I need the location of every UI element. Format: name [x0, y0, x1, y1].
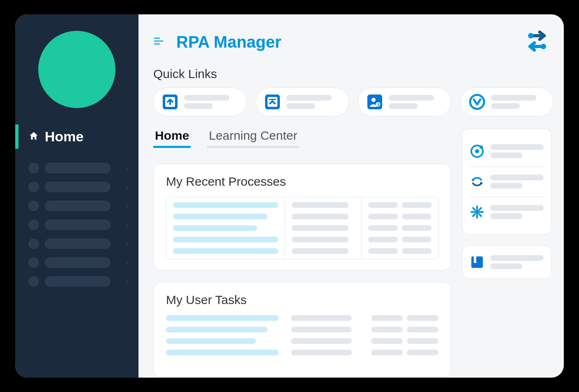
nav-placeholder — [45, 182, 111, 192]
nav-placeholder — [45, 276, 111, 287]
right-rail-item[interactable] — [470, 196, 544, 227]
svg-point-3 — [528, 33, 533, 38]
svg-line-23 — [473, 208, 475, 210]
svg-point-4 — [541, 44, 546, 49]
chevron-left-icon: ‹ — [126, 277, 129, 286]
table-col — [361, 197, 438, 259]
nav-dot-icon — [28, 276, 39, 287]
chevron-left-icon: ‹ — [126, 258, 129, 267]
sidebar-item[interactable]: ‹ — [15, 178, 138, 196]
placeholder — [389, 95, 434, 101]
nav-dot-icon — [28, 201, 39, 211]
right-rail-item[interactable] — [470, 136, 544, 166]
upload-icon — [162, 94, 178, 110]
sidebar-item[interactable]: ‹ — [15, 234, 138, 253]
nav-dot-icon — [28, 257, 39, 268]
placeholder — [389, 103, 418, 109]
spark-icon — [470, 205, 484, 219]
svg-point-17 — [472, 179, 474, 181]
placeholder — [184, 95, 229, 101]
nav-dot-icon — [28, 219, 39, 230]
quick-link-card[interactable] — [256, 88, 349, 116]
table-col — [166, 197, 285, 259]
placeholder — [184, 103, 213, 109]
svg-point-13 — [470, 95, 484, 109]
nav-placeholder — [45, 257, 111, 268]
sidebar-item[interactable]: ‹ — [15, 215, 138, 234]
svg-point-16 — [480, 145, 483, 149]
sidebar-home-label: Home — [45, 129, 83, 145]
nav-dot-icon — [28, 238, 39, 249]
top-bar: RPA Manager — [153, 27, 551, 57]
content-left: Home Learning Center My Recent Processes — [153, 129, 451, 378]
right-card — [462, 129, 551, 235]
placeholder — [490, 152, 522, 158]
sidebar-item-home[interactable]: Home — [15, 125, 138, 149]
nav-placeholder — [45, 238, 111, 249]
placeholder — [490, 255, 544, 261]
quick-link-card[interactable] — [153, 88, 247, 116]
svg-rect-29 — [474, 256, 476, 263]
tab-learning-center[interactable]: Learning Center — [207, 129, 299, 148]
svg-line-24 — [479, 214, 481, 216]
sidebar-item[interactable]: ‹ — [15, 196, 138, 215]
panel-recent-processes: My Recent Processes — [153, 164, 451, 270]
app-frame: Home ‹ ‹ ‹ ‹ ‹ ‹ ‹ — [15, 14, 564, 378]
quick-link-card[interactable] — [460, 88, 554, 116]
panel-user-tasks: My User Tasks — [153, 282, 451, 378]
chevron-left-icon: ‹ — [126, 182, 129, 192]
chevron-left-icon: ‹ — [126, 201, 129, 211]
placeholder — [286, 95, 332, 101]
svg-line-25 — [479, 208, 481, 210]
user-icon — [367, 94, 383, 110]
svg-rect-10 — [367, 95, 382, 109]
placeholder — [490, 213, 522, 219]
placeholder — [286, 103, 315, 109]
user-tasks-table — [166, 315, 438, 355]
right-rail-item[interactable] — [470, 166, 544, 196]
svg-point-18 — [480, 182, 482, 184]
nav-dot-icon — [28, 182, 39, 192]
sidebar-item[interactable]: ‹ — [15, 159, 138, 178]
nav-dot-icon — [28, 163, 39, 173]
svg-point-27 — [476, 211, 478, 213]
right-rail-item[interactable] — [470, 253, 544, 271]
mulesoft-icon — [469, 94, 485, 110]
placeholder — [490, 144, 544, 150]
quick-links-row — [153, 88, 551, 116]
content-split: Home Learning Center My Recent Processes — [153, 129, 551, 378]
placeholder — [490, 183, 522, 189]
avatar[interactable] — [38, 31, 115, 108]
tab-bar: Home Learning Center — [153, 129, 451, 148]
sidebar-item[interactable]: ‹ — [15, 272, 138, 291]
avatar-wrap — [15, 31, 138, 108]
placeholder — [490, 175, 544, 180]
quick-links-heading: Quick Links — [153, 67, 551, 81]
chevron-left-icon: ‹ — [126, 164, 129, 173]
menu-toggle-icon[interactable] — [153, 37, 164, 47]
placeholder — [491, 103, 520, 109]
chevron-left-icon: ‹ — [126, 239, 129, 249]
recent-processes-table — [166, 197, 438, 259]
panel-title: My Recent Processes — [166, 175, 438, 189]
nav-placeholder — [45, 163, 111, 173]
product-logo-icon — [523, 27, 551, 57]
table-col — [285, 197, 362, 259]
placeholder — [490, 263, 522, 269]
svg-point-11 — [371, 98, 376, 102]
tab-home[interactable]: Home — [153, 129, 191, 148]
svg-point-15 — [475, 149, 479, 153]
quick-link-card[interactable] — [358, 88, 451, 116]
svg-line-26 — [473, 214, 475, 216]
table-col — [371, 315, 438, 355]
sidebar-item[interactable]: ‹ — [15, 253, 138, 272]
home-icon — [28, 131, 39, 143]
panel-title: My User Tasks — [166, 293, 438, 307]
chevron-left-icon: ‹ — [126, 220, 129, 230]
placeholder — [491, 95, 536, 101]
target-icon — [470, 144, 484, 159]
book-icon — [470, 255, 484, 270]
right-rail — [462, 129, 551, 378]
cycle-icon — [470, 174, 484, 189]
nav-placeholder — [45, 201, 111, 211]
